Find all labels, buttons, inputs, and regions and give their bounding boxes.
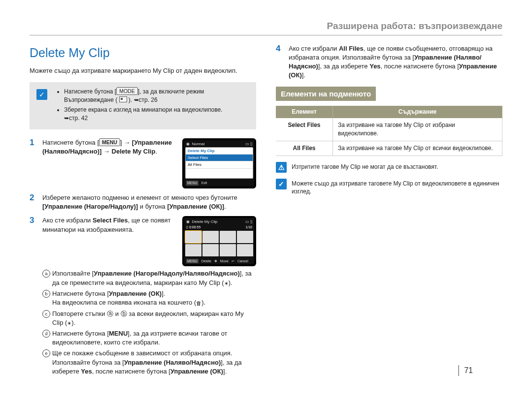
checkbox-icon: ✓ <box>276 179 287 189</box>
substep: aИзползвайте [Управление (Нагоре/Надолу/… <box>42 269 256 287</box>
trash-icon: 🗑 <box>196 300 201 307</box>
lcd-screenshot-thumbs: ◉ Delete My Clip▭ ▯ ▯ 0:00:55 1/10 MENUD… <box>182 216 256 266</box>
lcd-row: Delete My Clip <box>186 148 253 155</box>
section-subhead: Елементи на подменюто <box>276 87 376 101</box>
info-note: ✓ Можете също да изтривате таговете My C… <box>276 179 502 196</box>
circled-letter-icon: c <box>42 310 50 318</box>
breadcrumb: Разширена работа: възпроизвеждане <box>30 20 502 33</box>
circled-letter-icon: a <box>42 270 50 278</box>
lcd-row: All Files <box>186 161 253 168</box>
warning-icon: ⚠ <box>276 162 287 173</box>
substep: eЩе се покаже съобщение в зависимост от … <box>42 349 256 376</box>
step-number: 3 <box>30 216 38 378</box>
lcd-row-selected: Select Files <box>186 155 253 161</box>
circled-letter-icon: b <box>42 290 50 298</box>
lcd-screenshot-menu: ◉ Normal▭ ▯ Delete My Clip Select Files … <box>182 138 256 188</box>
table-header: Съдържание <box>333 106 502 118</box>
playback-icon <box>119 96 127 102</box>
myclip-star-icon: ✶ <box>224 280 229 287</box>
page-title: Delete My Clip <box>30 44 256 62</box>
note-item: Натиснете бутона [MODE], за да включите … <box>64 87 249 104</box>
checkbox-icon: ✓ <box>36 89 47 100</box>
circled-letter-icon: d <box>42 330 50 338</box>
step-text: Изберете желаното подменю и елемент от м… <box>42 193 256 211</box>
arrow-icon: ➥ <box>134 96 139 103</box>
page-number: 71 <box>458 365 473 376</box>
menu-key: MENU <box>99 138 120 146</box>
note-box: ✓ Натиснете бутона [MODE], за да включит… <box>30 82 256 129</box>
step-text: Натиснете бутона [MENU] → [Управление (Н… <box>42 138 176 188</box>
circled-letter-icon: e <box>42 349 50 357</box>
step-text: Ако сте избрали All Files, ще се появи с… <box>289 44 502 80</box>
table-row: All Files За изтриване на тагове My Clip… <box>276 141 502 156</box>
warning-note: ⚠ Изтритите тагове My Clip не могат да с… <box>276 162 502 173</box>
substep: bНатиснете бутона [Управление (ОК)].На в… <box>42 289 256 308</box>
step-number: 1 <box>30 138 38 188</box>
step-number: 4 <box>276 44 285 80</box>
intro-text: Можете също да изтривате маркирането My … <box>30 66 256 75</box>
arrow-icon: ➥ <box>64 115 69 122</box>
table-row: Select Files За изтриване на тагове My C… <box>276 118 502 141</box>
step-number: 2 <box>30 193 38 211</box>
step-text: Ако сте избрали Select Files, ще се появ… <box>42 216 176 266</box>
substep: dНатиснете бутона [MENU], за да изтриете… <box>42 329 256 347</box>
submenu-table: Елемент Съдържание Select Files За изтри… <box>276 106 502 156</box>
substep: cПовторете стъпки ⓐ и ⓑ за всеки видеокл… <box>42 310 256 328</box>
mode-key: MODE <box>116 87 138 95</box>
note-item: Зберете екрана с изглед на миниатюри на … <box>64 106 249 123</box>
divider <box>30 35 502 35</box>
table-header: Елемент <box>276 106 333 118</box>
myclip-star-icon: ✶ <box>67 320 71 327</box>
